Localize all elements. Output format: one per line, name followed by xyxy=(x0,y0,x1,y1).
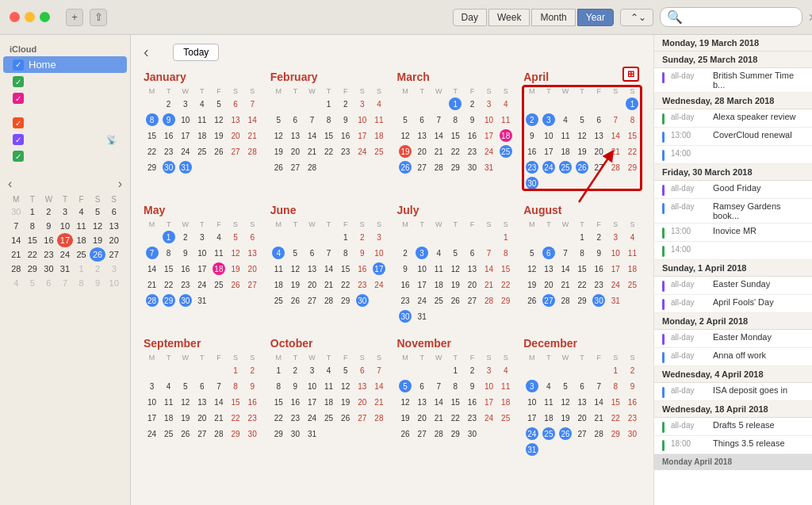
month-cal-day[interactable]: 2 xyxy=(287,362,304,378)
month-cal-day[interactable]: 21 xyxy=(244,128,261,143)
month-cal-day[interactable]: 28 xyxy=(557,293,573,308)
month-cal-day[interactable]: 15 xyxy=(144,128,160,143)
mini-cal-day[interactable]: 24 xyxy=(57,247,74,262)
month-cal-day[interactable]: 30 xyxy=(160,159,177,175)
month-cal-day[interactable]: 4 xyxy=(160,378,177,394)
mini-cal-day[interactable]: 28 xyxy=(8,262,25,276)
month-cal-day[interactable]: 23 xyxy=(244,410,261,426)
month-cal-day[interactable]: 8 xyxy=(624,112,641,128)
month-cal-day[interactable]: 13 xyxy=(354,378,370,394)
month-cal-day[interactable]: 23 xyxy=(624,410,641,426)
month-cal-day[interactable]: 24 xyxy=(481,410,497,426)
month-cal-day[interactable]: 25 xyxy=(270,293,287,308)
month-cal-day[interactable]: 5 xyxy=(523,245,540,261)
month-cal-day[interactable]: 1 xyxy=(497,229,514,245)
month-cal-day[interactable]: 16 xyxy=(354,261,370,277)
month-cal-day[interactable]: 11 xyxy=(497,378,514,394)
month-cal-day[interactable]: 17 xyxy=(481,128,497,143)
event-item[interactable]: all-dayEaster Monday xyxy=(654,330,812,348)
month-cal-day[interactable]: 6 xyxy=(304,245,320,261)
add-calendar-button[interactable]: + xyxy=(66,9,83,26)
mini-cal-day[interactable]: 5 xyxy=(25,276,41,290)
month-cal-day[interactable]: 30 xyxy=(244,426,261,442)
month-title-may[interactable]: May xyxy=(144,204,261,216)
month-cal-day[interactable]: 21 xyxy=(320,277,337,293)
month-cal-day[interactable]: 29 xyxy=(607,426,624,442)
month-cal-day[interactable]: 10 xyxy=(144,394,160,410)
month-cal-day[interactable]: 19 xyxy=(557,410,573,426)
today-button[interactable]: Today xyxy=(173,44,219,61)
month-cal-day[interactable]: 18 xyxy=(193,128,210,143)
event-item[interactable]: 14:00 xyxy=(654,242,812,260)
month-cal-day[interactable]: 10 xyxy=(523,394,540,410)
month-cal-day[interactable]: 12 xyxy=(447,261,464,277)
month-cal-day[interactable]: 27 xyxy=(540,293,557,308)
month-cal-day[interactable]: 29 xyxy=(447,426,464,442)
mini-cal-day[interactable]: 5 xyxy=(90,205,106,219)
month-cal-day[interactable]: 17 xyxy=(354,128,370,143)
month-cal-day[interactable]: 20 xyxy=(193,410,210,426)
month-cal-day[interactable]: 17 xyxy=(414,277,431,293)
month-cal-day[interactable]: 6 xyxy=(574,378,591,394)
work-calendar-checkbox[interactable]: ✓ xyxy=(13,76,24,87)
search-input[interactable] xyxy=(686,12,805,23)
month-cal-day[interactable]: 22 xyxy=(160,277,177,293)
month-cal-day[interactable]: 19 xyxy=(397,410,414,426)
month-cal-day[interactable]: 12 xyxy=(210,112,227,128)
sidebar-item-work[interactable]: ✓ xyxy=(3,74,127,90)
month-cal-day[interactable]: 18 xyxy=(624,261,641,277)
month-cal-day[interactable]: 15 xyxy=(624,128,641,143)
month-cal-day[interactable]: 18 xyxy=(540,410,557,426)
sidebar-item-siri-found[interactable]: ✓ xyxy=(3,148,127,164)
month-cal-day[interactable]: 6 xyxy=(244,229,261,245)
siri-found-checkbox[interactable]: ✓ xyxy=(13,151,24,162)
month-cal-day[interactable]: 27 xyxy=(574,426,591,442)
month-title-july[interactable]: July xyxy=(397,204,515,216)
month-cal-day[interactable]: 29 xyxy=(337,293,354,308)
sidebar-item-creative[interactable]: ✓ xyxy=(3,90,127,106)
month-cal-day[interactable]: 27 xyxy=(304,293,320,308)
month-cal-day[interactable]: 12 xyxy=(337,378,354,394)
month-cal-day[interactable]: 13 xyxy=(227,112,243,128)
month-cal-day[interactable]: 28 xyxy=(607,159,624,175)
month-cal-day[interactable]: 28 xyxy=(481,293,497,308)
month-cal-day[interactable]: 19 xyxy=(227,261,243,277)
month-cal-day[interactable]: 24 xyxy=(177,143,193,159)
month-cal-day[interactable]: 19 xyxy=(397,143,414,159)
month-cal-day[interactable]: 24 xyxy=(481,143,497,159)
month-cal-day[interactable]: 23 xyxy=(464,143,481,159)
month-cal-day[interactable]: 16 xyxy=(624,394,641,410)
month-cal-day[interactable]: 7 xyxy=(607,112,624,128)
month-cal-day[interactable]: 16 xyxy=(177,261,193,277)
mini-cal-day[interactable]: 7 xyxy=(57,276,74,290)
month-cal-day[interactable]: 28 xyxy=(304,159,320,175)
month-cal-day[interactable]: 4 xyxy=(370,96,387,112)
mini-cal-day[interactable]: 16 xyxy=(40,233,57,247)
month-cal-day[interactable]: 20 xyxy=(414,143,431,159)
mini-cal-day[interactable]: 30 xyxy=(8,205,25,219)
mini-cal-day[interactable]: 1 xyxy=(25,205,41,219)
mini-cal-day[interactable]: 26 xyxy=(90,247,106,262)
month-view-button[interactable]: Month xyxy=(531,9,575,26)
month-cal-day[interactable]: 6 xyxy=(227,96,243,112)
mini-cal-day[interactable]: 13 xyxy=(105,219,122,233)
month-cal-day[interactable]: 15 xyxy=(337,261,354,277)
event-item[interactable]: all-dayDrafts 5 release xyxy=(654,418,812,436)
month-cal-day[interactable]: 1 xyxy=(320,96,337,112)
month-cal-day[interactable]: 21 xyxy=(431,143,447,159)
mini-cal-day[interactable]: 18 xyxy=(73,233,90,247)
month-cal-day[interactable]: 28 xyxy=(210,426,227,442)
month-cal-day[interactable]: 16 xyxy=(244,394,261,410)
month-cal-day[interactable]: 26 xyxy=(337,410,354,426)
month-cal-day[interactable]: 2 xyxy=(591,229,607,245)
month-cal-day[interactable]: 1 xyxy=(227,362,243,378)
month-cal-day[interactable]: 12 xyxy=(574,128,591,143)
year-view-button[interactable]: Year xyxy=(577,9,614,26)
month-cal-day[interactable]: 3 xyxy=(414,245,431,261)
month-cal-day[interactable]: 17 xyxy=(607,261,624,277)
month-cal-day[interactable]: 2 xyxy=(464,96,481,112)
month-cal-day[interactable]: 11 xyxy=(193,112,210,128)
month-cal-day[interactable]: 18 xyxy=(497,128,514,143)
month-cal-day[interactable]: 22 xyxy=(320,143,337,159)
month-cal-day[interactable]: 15 xyxy=(227,394,243,410)
